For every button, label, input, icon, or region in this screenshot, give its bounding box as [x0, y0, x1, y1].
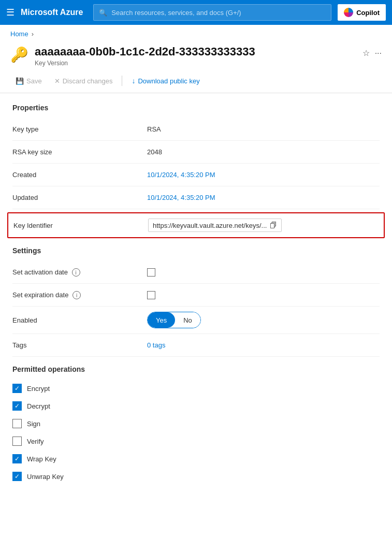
activation-date-checkbox-wrapper [147, 268, 155, 277]
toggle-no[interactable]: No [175, 312, 200, 328]
key-type-value: RSA [147, 125, 161, 133]
operation-row-encrypt: ✓ Encrypt [12, 380, 380, 397]
activation-date-checkbox[interactable] [147, 268, 155, 277]
settings-section-title: Settings [12, 246, 380, 255]
verify-checkbox[interactable] [12, 437, 22, 446]
rsa-key-size-label: RSA key size [12, 148, 147, 156]
updated-label: Updated [12, 194, 147, 201]
save-button[interactable]: 💾 Save [10, 75, 47, 88]
activation-date-info-icon[interactable]: i [72, 268, 80, 277]
more-options-icon[interactable]: ··· [375, 49, 382, 58]
properties-section-title: Properties [12, 104, 380, 112]
download-public-key-button[interactable]: ↓ Download public key [126, 74, 205, 88]
save-label: Save [26, 77, 42, 85]
activation-date-label: Set activation date i [12, 268, 147, 277]
header-actions: ☆ ··· [362, 48, 382, 58]
download-icon: ↓ [132, 77, 135, 85]
verify-label: Verify [27, 438, 44, 445]
operation-row-verify: Verify [12, 432, 380, 450]
property-row-key-identifier: Key Identifier https://keyvault.vault.az… [7, 212, 385, 238]
azure-logo: Microsoft Azure [21, 8, 83, 17]
copilot-icon [344, 8, 353, 17]
property-row-enabled: Enabled Yes No [12, 307, 380, 334]
discard-button[interactable]: ✕ Discard changes [49, 75, 118, 88]
property-row-activation-date: Set activation date i [12, 261, 380, 284]
operation-row-sign: Sign [12, 415, 380, 432]
rsa-key-size-value: 2048 [147, 148, 162, 156]
key-identifier-value-wrapper: https://keyvault.vault.azure.net/keys/..… [148, 219, 282, 232]
key-identifier-url: https://keyvault.vault.azure.net/keys/..… [153, 222, 267, 229]
created-value: 10/1/2024, 4:35:20 PM [147, 171, 215, 179]
permitted-operations-title: Permitted operations [12, 365, 380, 373]
wrap-key-label: Wrap Key [27, 455, 56, 463]
page-subtitle: Key Version [35, 60, 356, 67]
tags-label: Tags [12, 341, 147, 349]
breadcrumb-separator: › [32, 30, 34, 38]
property-row-updated: Updated 10/1/2024, 4:35:20 PM [12, 186, 380, 209]
enabled-toggle[interactable]: Yes No [147, 312, 201, 328]
created-label: Created [12, 171, 147, 179]
enabled-label: Enabled [12, 316, 147, 324]
expiration-date-info-icon[interactable]: i [72, 291, 81, 299]
content-area: Properties Key type RSA RSA key size 204… [0, 93, 392, 496]
settings-section: Settings Set activation date i Set expir… [12, 246, 380, 357]
unwrap-key-checkbox[interactable]: ✓ [12, 472, 22, 481]
operation-row-decrypt: ✓ Decrypt [12, 397, 380, 415]
tags-value[interactable]: 0 tags [147, 341, 165, 349]
expiration-date-checkbox[interactable] [147, 291, 155, 299]
toolbar: 💾 Save ✕ Discard changes ↓ Download publ… [0, 71, 392, 93]
decrypt-checkbox[interactable]: ✓ [12, 401, 22, 411]
decrypt-label: Decrypt [27, 402, 50, 410]
search-placeholder: Search resources, services, and docs (G+… [111, 9, 241, 17]
expiration-date-label: Set expiration date i [12, 291, 147, 300]
unwrap-key-label: Unwrap Key [27, 473, 64, 481]
key-type-label: Key type [12, 125, 147, 133]
sign-checkbox[interactable] [12, 419, 22, 428]
pin-icon[interactable]: ☆ [362, 48, 370, 58]
toggle-yes[interactable]: Yes [148, 312, 175, 328]
sign-label: Sign [27, 420, 40, 428]
top-navigation: ☰ Microsoft Azure 🔍 Search resources, se… [0, 0, 392, 25]
wrap-key-checkbox[interactable]: ✓ [12, 454, 22, 463]
discard-label: Discard changes [63, 77, 113, 85]
key-icon: 🔑 [10, 46, 28, 63]
property-row-expiration-date: Set expiration date i [12, 284, 380, 307]
discard-icon: ✕ [54, 77, 60, 85]
breadcrumb: Home › [0, 25, 392, 43]
copilot-button[interactable]: Copilot [338, 4, 386, 21]
copilot-label: Copilot [356, 9, 380, 17]
breadcrumb-home[interactable]: Home [10, 30, 28, 38]
property-row-tags: Tags 0 tags [12, 334, 380, 357]
encrypt-checkbox[interactable]: ✓ [12, 384, 22, 393]
updated-value: 10/1/2024, 4:35:20 PM [147, 194, 215, 201]
page-header: 🔑 aaaaaaaa-0b0b-1c1c-2d2d-333333333333 K… [0, 43, 392, 71]
search-bar[interactable]: 🔍 Search resources, services, and docs (… [93, 4, 331, 21]
save-icon: 💾 [16, 77, 24, 85]
encrypt-label: Encrypt [27, 385, 50, 393]
permitted-operations-section: Permitted operations ✓ Encrypt ✓ Decrypt… [12, 365, 380, 485]
copy-icon[interactable]: 🗍 [270, 221, 277, 229]
toolbar-separator [122, 76, 122, 86]
key-identifier-label: Key Identifier [13, 222, 148, 229]
property-row-created: Created 10/1/2024, 4:35:20 PM [12, 164, 380, 186]
hamburger-icon[interactable]: ☰ [6, 7, 14, 18]
property-row-rsa-key-size: RSA key size 2048 [12, 141, 380, 164]
search-icon: 🔍 [99, 9, 107, 17]
expiration-date-checkbox-wrapper [147, 291, 155, 299]
page-title-block: aaaaaaaa-0b0b-1c1c-2d2d-333333333333 Key… [35, 45, 356, 67]
download-label: Download public key [138, 77, 199, 85]
operation-row-wrap-key: ✓ Wrap Key [12, 450, 380, 468]
operation-row-unwrap-key: ✓ Unwrap Key [12, 468, 380, 485]
page-title: aaaaaaaa-0b0b-1c1c-2d2d-333333333333 [35, 45, 356, 59]
property-row-key-type: Key type RSA [12, 118, 380, 141]
